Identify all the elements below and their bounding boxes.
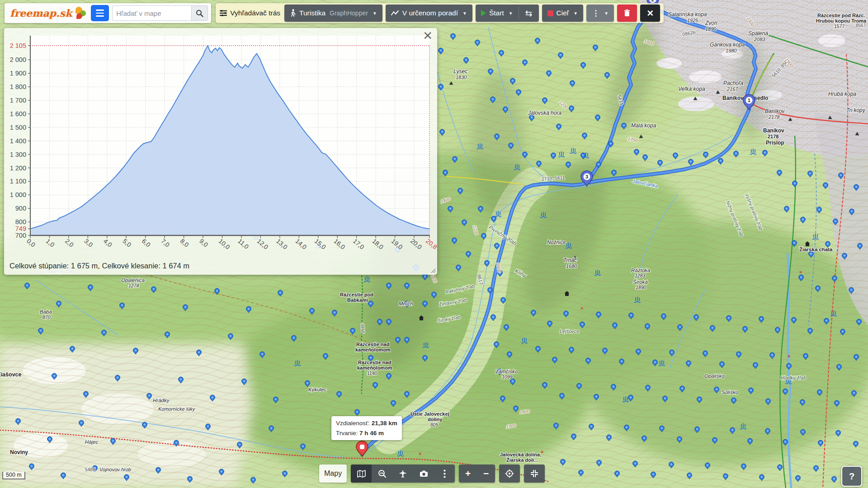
svg-text:1 900: 1 900 xyxy=(10,70,26,77)
svg-text:1274: 1274 xyxy=(128,283,139,288)
locate-icon xyxy=(505,469,514,478)
svg-text:1 600: 1 600 xyxy=(10,110,26,117)
elevation-totals: Celkové stúpanie: 1 675 m, Celkové klesa… xyxy=(9,262,189,270)
svg-text:Pachoľa: Pachoľa xyxy=(723,80,743,86)
distance-label: Vzdialenosť: xyxy=(336,420,370,427)
svg-text:4,0: 4,0 xyxy=(102,237,113,249)
svg-text:2167: 2167 xyxy=(726,86,738,92)
layer-buttons-group xyxy=(351,465,455,483)
search-button[interactable] xyxy=(192,5,208,21)
swap-arrows-icon: ⇆ xyxy=(525,9,533,18)
map-layer-button[interactable] xyxy=(351,465,372,483)
play-icon xyxy=(481,10,486,16)
svg-text:Žiašovce: Žiašovce xyxy=(0,371,22,378)
svg-text:1 500: 1 500 xyxy=(10,124,26,131)
svg-text:Gánkova kopa: Gánkova kopa xyxy=(710,42,745,48)
layers-more-button[interactable] xyxy=(434,465,455,483)
svg-text:×: × xyxy=(788,353,790,359)
svg-text:Ráztoka: Ráztoka xyxy=(631,267,650,273)
help-button[interactable]: ? xyxy=(841,466,862,487)
svg-text:Žiarska chata: Žiarska chata xyxy=(799,247,833,252)
close-routing-button[interactable]: × xyxy=(640,5,660,22)
svg-text:×: × xyxy=(580,305,583,311)
svg-text:1 100: 1 100 xyxy=(10,178,26,185)
zoom-in-button[interactable]: + xyxy=(459,465,477,483)
svg-text:Noviny: Noviny xyxy=(10,449,28,455)
svg-text:Opalisko: Opalisko xyxy=(704,373,725,379)
photo-search-button[interactable] xyxy=(372,465,392,483)
svg-text:1,0: 1,0 xyxy=(45,237,56,249)
svg-text:7,0: 7,0 xyxy=(160,237,171,249)
svg-text:Solisko: Solisko xyxy=(722,389,739,395)
svg-text:Zvon: Zvon xyxy=(705,20,717,26)
resize-handle[interactable] xyxy=(430,267,436,273)
chevron-down-icon: ▼ xyxy=(509,11,513,16)
svg-text:×: × xyxy=(799,269,802,275)
svg-text:Baba: Baba xyxy=(40,309,52,314)
svg-text:Hrádky: Hrádky xyxy=(153,398,170,403)
svg-text:17,0: 17,0 xyxy=(352,237,366,251)
svg-text:Opalenica: Opalenica xyxy=(121,277,145,283)
maps-menu-button[interactable]: Mapy xyxy=(319,465,347,483)
svg-text:Jalovecká dolina,: Jalovecká dolina, xyxy=(500,452,541,457)
plane-icon xyxy=(398,469,407,478)
svg-text:1890: 1890 xyxy=(636,285,646,290)
svg-text:9,0: 9,0 xyxy=(198,237,209,249)
svg-text:Rázcestie nad: Rázcestie nad xyxy=(358,360,391,365)
svg-text:900: 900 xyxy=(15,205,26,212)
bottom-toolbar: Mapy xyxy=(319,465,545,483)
svg-text:2,0: 2,0 xyxy=(64,237,75,249)
svg-text:Babkami: Babkami xyxy=(347,297,368,303)
transport-mode-dropdown[interactable]: TuristikaGraphHopper ▼ xyxy=(284,5,382,22)
chart-close-icon[interactable]: ✕ xyxy=(423,30,433,42)
svg-text:3466: 3466 xyxy=(360,323,366,334)
delete-route-button[interactable] xyxy=(617,5,637,22)
waypoints-zigzag-icon xyxy=(391,10,399,16)
scale-bar: 500 m xyxy=(2,472,25,479)
svg-text:Žiarska doli...: Žiarska doli... xyxy=(506,457,538,463)
svg-text:20,0: 20,0 xyxy=(409,237,423,251)
finish-dropdown[interactable]: Cieľ ▼ xyxy=(542,5,584,22)
photo-search-icon xyxy=(378,469,387,478)
start-dropdown[interactable]: Štart ▼ xyxy=(476,5,519,22)
svg-text:Príslop: Príslop xyxy=(766,140,784,146)
svg-text:Lysec: Lysec xyxy=(453,68,467,75)
kebab-icon: ⋮ xyxy=(592,9,599,18)
svg-text:8567: 8567 xyxy=(856,23,866,28)
svg-text:Spálená: Spálená xyxy=(748,30,768,37)
svg-text:Rázcestie pod Rázc.: Rázcestie pod Rázc. xyxy=(817,13,865,18)
swap-endpoints-button[interactable]: ⇆ xyxy=(519,5,539,22)
svg-text:Nožnice: Nožnice xyxy=(547,239,566,245)
zoom-out-button[interactable]: − xyxy=(477,465,495,483)
svg-text:1890: 1890 xyxy=(705,26,717,32)
close-icon: × xyxy=(647,7,653,19)
elevation-chart[interactable]: 2 1052 0001 9001 8001 7001 6001 5001 400… xyxy=(4,28,437,258)
fullscreen-button[interactable] xyxy=(524,465,545,483)
locate-button[interactable] xyxy=(499,465,520,483)
search-input[interactable] xyxy=(112,5,192,21)
svg-text:5488: 5488 xyxy=(85,467,95,472)
svg-text:Salatínska kopa: Salatínska kopa xyxy=(668,11,707,18)
svg-text:5,0: 5,0 xyxy=(121,237,132,249)
svg-text:1830: 1830 xyxy=(456,75,467,80)
svg-text:1 300: 1 300 xyxy=(10,151,26,158)
finish-square-icon xyxy=(547,10,553,16)
svg-text:18,0: 18,0 xyxy=(371,237,385,251)
svg-text:6,0: 6,0 xyxy=(141,237,152,249)
more-options-dropdown[interactable]: ⋮ ▼ xyxy=(586,5,614,22)
svg-text:1140: 1140 xyxy=(367,371,377,376)
svg-text:805: 805 xyxy=(430,422,439,427)
svg-text:10,0: 10,0 xyxy=(217,237,231,251)
freemap-logo[interactable]: freemap.sk xyxy=(6,7,75,19)
camera-button[interactable] xyxy=(413,465,434,483)
svg-text:1099: 1099 xyxy=(502,374,513,380)
svg-text:Rázcestie pod: Rázcestie pod xyxy=(340,292,373,297)
svg-text:Baníkov: Baníkov xyxy=(765,108,785,114)
menu-button[interactable] xyxy=(91,5,109,21)
distance-value: 21,38 km xyxy=(372,420,397,427)
aerial-button[interactable] xyxy=(392,465,413,483)
svg-text:Hladký žľab: Hladký žľab xyxy=(780,375,807,380)
svg-text:2 000: 2 000 xyxy=(10,56,26,63)
route-order-dropdown[interactable]: V určenom poradí ▼ xyxy=(386,5,472,22)
svg-text:1: 1 xyxy=(748,98,751,103)
